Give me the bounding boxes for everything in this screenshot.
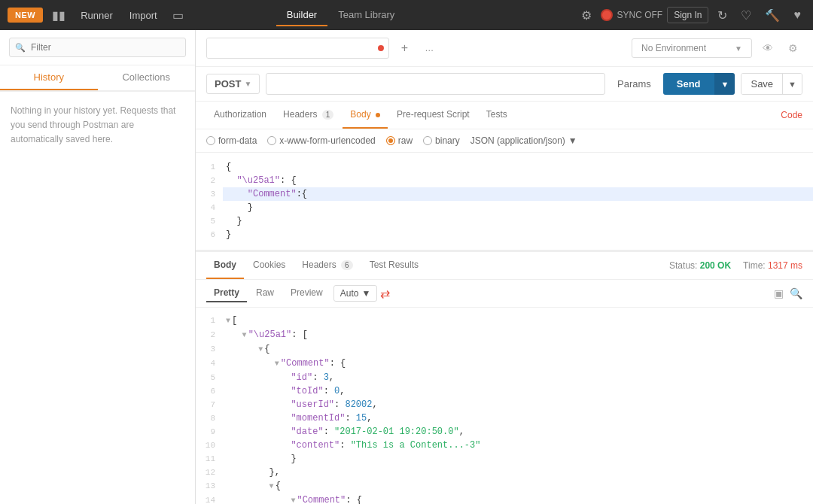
resp-line-14: 14 ▼"Comment": {	[196, 493, 813, 504]
right-toolbar: ⚙ SYNC OFF Sign In ↻ ♡ 🔨 ♥	[577, 5, 805, 26]
url-input-wrap: http://localhost:808	[206, 38, 389, 59]
auto-format-select[interactable]: Auto ▼	[333, 285, 378, 302]
code-editor[interactable]: 1 { 2 "\u25a1": { 3 "Comment":{ 4 } 5 }	[196, 153, 813, 250]
body-options: form-data x-www-form-urlencoded raw bina…	[196, 129, 813, 153]
wrench-icon-btn[interactable]: 🔨	[760, 5, 784, 26]
url-bar: http://localhost:808 + … No Environment …	[196, 30, 813, 67]
form-data-radio[interactable]	[206, 136, 215, 145]
raw-option[interactable]: raw	[386, 135, 413, 146]
code-line-6: 6 }	[196, 228, 813, 241]
team-library-tab[interactable]: Team Library	[327, 5, 405, 26]
binary-radio[interactable]	[423, 136, 432, 145]
body-dot	[376, 113, 380, 117]
env-gear-button[interactable]: ⚙	[784, 39, 802, 57]
urlencoded-radio[interactable]	[267, 136, 276, 145]
right-panel: http://localhost:808 + … No Environment …	[196, 30, 813, 504]
response-body[interactable]: 1 ▼[ 2 ▼"\u25a1": [ 3 ▼{ 4 ▼"Comment": {	[196, 308, 813, 504]
urlencoded-option[interactable]: x-www-form-urlencoded	[267, 135, 375, 146]
refresh-icon-btn[interactable]: ↻	[713, 5, 732, 26]
response-section: Body Cookies Headers 6 Test Results Stat…	[196, 250, 813, 504]
runner-button[interactable]: Runner	[75, 7, 119, 24]
heart-icon-btn[interactable]: ♥	[789, 5, 805, 25]
json-type-chevron: ▼	[568, 135, 577, 146]
main-url-input[interactable]: http://localhost:8080/get	[266, 73, 605, 95]
builder-tab[interactable]: Builder	[276, 5, 327, 26]
fmt-tab-raw[interactable]: Raw	[248, 284, 282, 302]
fmt-tab-preview[interactable]: Preview	[283, 284, 330, 302]
search-response-icon[interactable]: 🔍	[790, 287, 802, 299]
env-chevron-icon: ▼	[735, 44, 742, 53]
save-dropdown-button[interactable]: ▼	[782, 74, 802, 94]
method-selector[interactable]: POST ▼	[206, 74, 260, 94]
form-data-option[interactable]: form-data	[206, 135, 257, 146]
json-type-selector[interactable]: JSON (application/json) ▼	[470, 135, 577, 146]
resp-line-12: 12 },	[196, 466, 813, 479]
time-value: 1317 ms	[768, 260, 802, 271]
add-tab-button[interactable]: +	[395, 38, 414, 58]
sync-btn[interactable]: SYNC OFF	[601, 9, 662, 21]
auto-label: Auto	[340, 288, 359, 299]
status-label: Status: 200 OK	[669, 260, 731, 271]
resp-line-10: 10 "content": "This is a Content...-3"	[196, 439, 813, 452]
resp-line-3: 3 ▼{	[196, 342, 813, 357]
send-dropdown-button[interactable]: ▼	[714, 73, 735, 95]
time-label: Time: 1317 ms	[743, 260, 802, 271]
fmt-tab-pretty[interactable]: Pretty	[206, 284, 247, 302]
env-eye-button[interactable]: 👁	[758, 39, 778, 57]
resp-line-5: 5 "id": 3,	[196, 371, 813, 384]
code-link[interactable]: Code	[781, 110, 802, 120]
new-button[interactable]: NEW	[8, 8, 43, 23]
send-button[interactable]: Send	[663, 73, 714, 95]
status-info: Status: 200 OK Time: 1317 ms	[669, 260, 802, 271]
main-layout: 🔍 History Collections Nothing in your hi…	[0, 30, 813, 504]
request-url-row: POST ▼ http://localhost:8080/get Params …	[196, 67, 813, 102]
environment-select[interactable]: No Environment ▼	[632, 38, 752, 58]
resp-line-11: 11 }	[196, 452, 813, 466]
search-icon: 🔍	[15, 43, 26, 53]
screen-toggle-button[interactable]: ▭	[168, 5, 188, 26]
filter-input[interactable]	[9, 38, 186, 57]
url-tab-input[interactable]: http://localhost:808	[207, 38, 373, 58]
env-label: No Environment	[641, 43, 706, 53]
resp-tab-cookies[interactable]: Cookies	[245, 252, 293, 279]
sidebar-empty-message: Nothing in your history yet. Requests th…	[11, 104, 184, 147]
resp-tab-body[interactable]: Body	[206, 252, 244, 279]
code-line-5: 5 }	[196, 214, 813, 228]
save-button[interactable]: Save	[741, 74, 782, 94]
bell-icon-btn[interactable]: ♡	[736, 5, 756, 26]
tab-tests[interactable]: Tests	[479, 102, 515, 129]
raw-radio[interactable]	[386, 136, 395, 145]
format-tabs: Pretty Raw Preview	[206, 284, 330, 302]
urlencoded-label: x-www-form-urlencoded	[279, 135, 375, 146]
sidebar: 🔍 History Collections Nothing in your hi…	[0, 30, 196, 504]
tab-headers[interactable]: Headers 1	[276, 102, 341, 129]
resp-line-4: 4 ▼"Comment": {	[196, 357, 813, 371]
center-tabs: Builder Team Library	[276, 5, 406, 26]
toolbar: NEW ▮▮ Runner Import ▭ Builder Team Libr…	[0, 0, 813, 30]
request-tabs: Authorization Headers 1 Body Pre-request…	[196, 102, 813, 129]
params-button[interactable]: Params	[611, 74, 657, 93]
code-line-1: 1 {	[196, 160, 813, 174]
import-button[interactable]: Import	[123, 7, 163, 24]
tab-body[interactable]: Body	[343, 102, 388, 129]
method-chevron-icon: ▼	[244, 80, 251, 88]
resp-line-6: 6 "toId": 0,	[196, 384, 813, 398]
sidebar-toggle-button[interactable]: ▮▮	[47, 5, 70, 26]
sidebar-tab-collections[interactable]: Collections	[98, 65, 196, 90]
resp-line-7: 7 "userId": 82002,	[196, 398, 813, 411]
resp-headers-badge: 6	[341, 260, 353, 270]
signin-button[interactable]: Sign In	[667, 7, 708, 23]
settings-icon-btn[interactable]: ⚙	[577, 5, 596, 26]
binary-option[interactable]: binary	[423, 135, 460, 146]
resp-tab-test-results[interactable]: Test Results	[362, 252, 426, 279]
sidebar-tab-history[interactable]: History	[0, 65, 98, 90]
more-tabs-button[interactable]: …	[420, 40, 438, 56]
copy-icon[interactable]: ▣	[774, 287, 784, 299]
resp-tab-headers[interactable]: Headers 6	[294, 252, 360, 279]
resp-line-2: 2 ▼"\u25a1": [	[196, 328, 813, 342]
wrap-icon[interactable]: ⇄	[380, 287, 390, 301]
code-line-4: 4 }	[196, 201, 813, 214]
tab-prerequest[interactable]: Pre-request Script	[389, 102, 477, 129]
send-button-wrap: Send ▼	[663, 73, 735, 95]
tab-authorization[interactable]: Authorization	[206, 102, 274, 129]
